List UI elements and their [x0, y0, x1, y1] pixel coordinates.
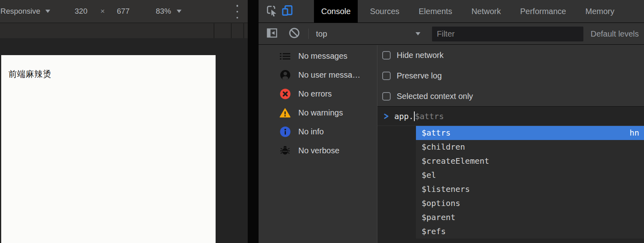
- autocomplete-item[interactable]: $createElement: [416, 154, 644, 168]
- tab-console[interactable]: Console: [314, 0, 358, 23]
- tab-performance[interactable]: Performance: [513, 0, 574, 23]
- page-heading: 前端麻辣烫: [8, 68, 216, 80]
- autocomplete-item[interactable]: $el: [416, 168, 644, 182]
- tab-memory[interactable]: Memory: [578, 0, 622, 23]
- device-toolbar: Responsive 320 × 677 83%: [0, 0, 248, 23]
- autocomplete-dropdown: $attrs hn $children $createElement $el $…: [416, 126, 644, 239]
- console-main: Hide network Preserve log Selected conte…: [377, 45, 644, 243]
- selected-context-only-checkbox[interactable]: [382, 92, 391, 101]
- console-body: No messages No user messa…: [259, 45, 644, 243]
- emulated-page-viewport[interactable]: 前端麻辣烫: [1, 55, 216, 243]
- devtools-panel: Console Sources Elements Network Perform…: [259, 0, 644, 243]
- sidebar-item-info[interactable]: No info: [259, 122, 377, 141]
- autocomplete-item[interactable]: $options: [416, 196, 644, 210]
- user-icon: [279, 70, 291, 80]
- autocomplete-item[interactable]: $children: [416, 140, 644, 154]
- autocomplete-item[interactable]: $parent: [416, 210, 644, 224]
- sidebar-item-label: No verbose: [298, 146, 339, 155]
- sidebar-item-warnings[interactable]: No warnings: [259, 103, 377, 122]
- device-zoom-chevron-down-icon[interactable]: [177, 10, 181, 13]
- prompt-typed-text: app.: [394, 111, 414, 121]
- sidebar-item-messages[interactable]: No messages: [259, 47, 377, 66]
- pane-divider[interactable]: [248, 0, 259, 243]
- console-filter-input[interactable]: [432, 27, 583, 41]
- autocomplete-item-selected[interactable]: $attrs hn: [416, 126, 644, 140]
- warning-icon: [279, 108, 291, 118]
- sidebar-item-label: No messages: [298, 51, 347, 61]
- tab-elements[interactable]: Elements: [412, 0, 459, 23]
- selected-context-only-checkbox-row[interactable]: Selected context only: [377, 86, 644, 107]
- error-icon: [279, 89, 291, 99]
- device-height-field[interactable]: 677: [117, 7, 130, 16]
- media-band-divider: [214, 23, 214, 38]
- checkbox-label: Hide network: [397, 51, 444, 60]
- inspect-element-icon[interactable]: [265, 4, 278, 18]
- sidebar-item-label: No warnings: [298, 108, 343, 117]
- device-type-chevron-down-icon[interactable]: [45, 10, 50, 13]
- list-icon: [279, 51, 291, 61]
- dimension-multiply-icon: ×: [100, 7, 105, 16]
- sidebar-item-user-messages[interactable]: No user messa…: [259, 66, 377, 84]
- prompt-ghost-suggestion: $attrs: [415, 111, 444, 121]
- show-console-sidebar-icon[interactable]: [266, 27, 278, 40]
- autocomplete-item[interactable]: $listeners: [416, 182, 644, 196]
- console-settings: Hide network Preserve log Selected conte…: [377, 45, 644, 107]
- screenshot-root: Responsive 320 × 677 83% 前端麻辣烫: [0, 0, 644, 243]
- tab-sources[interactable]: Sources: [363, 0, 406, 23]
- hide-network-checkbox-row[interactable]: Hide network: [377, 45, 644, 66]
- sidebar-item-label: No user messa…: [298, 70, 361, 80]
- device-zoom-select[interactable]: 83%: [156, 7, 171, 16]
- verbose-bug-icon: [279, 146, 291, 156]
- devtools-tabbar: Console Sources Elements Network Perform…: [259, 0, 644, 23]
- context-chevron-down-icon[interactable]: [416, 32, 420, 35]
- checkbox-label: Selected context only: [397, 92, 473, 101]
- sidebar-item-label: No info: [298, 127, 324, 136]
- toggle-device-toolbar-icon[interactable]: [281, 4, 293, 19]
- device-width-field[interactable]: 320: [75, 7, 88, 16]
- tab-network[interactable]: Network: [464, 0, 508, 23]
- preserve-log-checkbox-row[interactable]: Preserve log: [377, 66, 644, 86]
- console-prompt[interactable]: app.$attrs: [377, 107, 644, 126]
- preserve-log-checkbox[interactable]: [382, 72, 391, 80]
- prompt-chevron-icon: [383, 112, 389, 120]
- media-query-bar[interactable]: [0, 23, 248, 38]
- sidebar-item-label: No errors: [298, 89, 332, 99]
- info-icon: [279, 126, 291, 137]
- autocomplete-item-hint: hn: [630, 126, 639, 140]
- device-type-select[interactable]: Responsive: [0, 7, 40, 16]
- execution-context-select[interactable]: top: [316, 29, 327, 38]
- device-emulation-pane: Responsive 320 × 677 83% 前端麻辣烫: [0, 0, 248, 243]
- log-levels-select[interactable]: Default levels: [591, 29, 639, 38]
- media-band-divider: [243, 23, 244, 38]
- clear-console-icon[interactable]: [288, 27, 300, 41]
- autocomplete-item-label: $attrs: [422, 126, 450, 140]
- sidebar-item-verbose[interactable]: No verbose: [259, 141, 377, 160]
- autocomplete-item[interactable]: $refs: [416, 224, 644, 239]
- devtools-tabs: Console Sources Elements Network Perform…: [314, 0, 626, 23]
- console-toolbar: top Default levels: [259, 23, 644, 45]
- media-band-divider: [231, 23, 232, 38]
- checkbox-label: Preserve log: [397, 71, 442, 80]
- toolbar-divider: [308, 29, 309, 39]
- device-toolbar-more-options-button[interactable]: [235, 5, 239, 19]
- sidebar-item-errors[interactable]: No errors: [259, 84, 377, 103]
- console-sidebar: No messages No user messa…: [259, 45, 377, 243]
- hide-network-checkbox[interactable]: [382, 51, 391, 60]
